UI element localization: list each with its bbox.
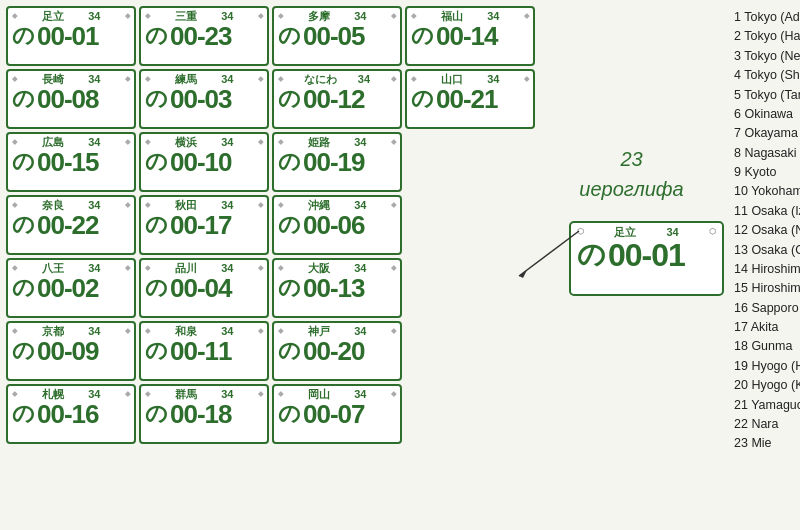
info-item-1: 1 Tokyo (Adachi) <box>734 8 800 27</box>
dot-l: ◆ <box>145 12 150 20</box>
dot-r: ◆ <box>391 390 396 398</box>
info-item-18: 18 Gunma <box>734 337 800 356</box>
dot-r: ◆ <box>125 390 130 398</box>
dot-l: ◆ <box>278 75 283 83</box>
plate-bottom: の 00-09 <box>12 338 130 364</box>
plate-bottom: の 00-16 <box>12 401 130 427</box>
plate-number: 00-22 <box>37 212 99 238</box>
plate-8: ◆ 山口 34 ◆ の 00-21 <box>405 69 535 129</box>
plate-number: 00-09 <box>37 338 99 364</box>
featured-plate: ⬡ 足立 34 ⬡ の 00-01 <box>569 221 724 296</box>
plate-1: ◆ 足立 34 ◆ の 00-01 <box>6 6 136 66</box>
dot-r: ◆ <box>125 138 130 146</box>
plate-bottom: の 00-18 <box>145 401 263 427</box>
dot-l: ◆ <box>278 138 283 146</box>
info-item-17: 17 Akita <box>734 318 800 337</box>
plate-kana: の <box>145 151 168 173</box>
plate-14: ◆ 秋田 34 ◆ の 00-17 <box>139 195 269 255</box>
plate-bottom: の 00-10 <box>145 149 263 175</box>
dot-l: ◆ <box>278 327 283 335</box>
plate-number: 00-11 <box>170 338 232 364</box>
dot-l: ◆ <box>12 75 17 83</box>
info-item-4: 4 Tokyo (Shinagawa) <box>734 66 800 85</box>
dot-l: ◆ <box>12 390 17 398</box>
plate-bottom: の 00-13 <box>278 275 396 301</box>
plate-27: ◆ 岡山 34 ◆ の 00-07 <box>272 384 402 444</box>
plate-kana: の <box>278 88 301 110</box>
info-item-3: 3 Tokyo (Nerima) <box>734 47 800 66</box>
dot-l: ◆ <box>145 390 150 398</box>
plate-kana: の <box>145 340 168 362</box>
plate-kana: の <box>12 25 35 47</box>
plate-21: ◆ 京都 34 ◆ の 00-09 <box>6 321 136 381</box>
dot-r: ◆ <box>391 138 396 146</box>
plate-number: 00-17 <box>170 212 232 238</box>
svg-marker-1 <box>519 270 527 278</box>
plate-number: 00-21 <box>436 86 498 112</box>
plate-bottom: の 00-14 <box>411 23 529 49</box>
info-item-5: 5 Tokyo (Tama) <box>734 86 800 105</box>
dot-r: ◆ <box>125 201 130 209</box>
plates-section: ◆ 足立 34 ◆ の 00-01 ◆ 三重 34 ◆ の 00-23 ◆ <box>0 0 539 530</box>
plate-9: ◆ 広島 34 ◆ の 00-15 <box>6 132 136 192</box>
plate-22: ◆ 和泉 34 ◆ の 00-11 <box>139 321 269 381</box>
plate-kana: の <box>278 403 301 425</box>
dot-r: ◆ <box>258 390 263 398</box>
dot-l: ◆ <box>145 264 150 272</box>
plate-23: ◆ 神戸 34 ◆ の 00-20 <box>272 321 402 381</box>
plate-kana: の <box>278 277 301 299</box>
dot-l: ◆ <box>278 12 283 20</box>
plate-number: 00-04 <box>170 275 232 301</box>
plate-number: 00-14 <box>436 23 498 49</box>
dot-r: ◆ <box>125 12 130 20</box>
info-item-20: 20 Hyogo (Kobe) <box>734 376 800 395</box>
plate-number: 00-20 <box>303 338 365 364</box>
plate-2: ◆ 三重 34 ◆ の 00-23 <box>139 6 269 66</box>
plate-bottom: の 00-22 <box>12 212 130 238</box>
plate-kana: の <box>278 340 301 362</box>
plate-kana: の <box>145 214 168 236</box>
info-item-23: 23 Mie <box>734 434 800 453</box>
featured-plate-bottom: の 00-01 <box>577 239 716 271</box>
dot-r: ◆ <box>391 201 396 209</box>
info-item-19: 19 Hyogo (Himeji) <box>734 357 800 376</box>
plate-19: ◆ 大阪 34 ◆ の 00-13 <box>272 258 402 318</box>
plate-bottom: の 00-23 <box>145 23 263 49</box>
plate-number: 00-12 <box>303 86 365 112</box>
plate-bottom: の 00-17 <box>145 212 263 238</box>
plate-kana: の <box>145 403 168 425</box>
plate-7: ◆ なにわ 34 ◆ の 00-12 <box>272 69 402 129</box>
info-item-6: 6 Okinawa <box>734 105 800 124</box>
dot-l: ◆ <box>12 12 17 20</box>
dot-r: ◆ <box>125 327 130 335</box>
plate-bottom: の 00-20 <box>278 338 396 364</box>
plate-bottom: の 00-15 <box>12 149 130 175</box>
plate-kana: の <box>278 214 301 236</box>
dot-r: ◆ <box>391 327 396 335</box>
dot-r: ◆ <box>258 201 263 209</box>
dot-l: ◆ <box>12 138 17 146</box>
plate-15: ◆ 沖縄 34 ◆ の 00-06 <box>272 195 402 255</box>
info-item-2: 2 Tokyo (Hachioji) <box>734 27 800 46</box>
plate-number: 00-05 <box>303 23 365 49</box>
plate-kana: の <box>145 277 168 299</box>
plate-kana: の <box>145 25 168 47</box>
plate-kana: の <box>278 25 301 47</box>
info-item-21: 21 Yamaguchi <box>734 396 800 415</box>
info-item-10: 10 Yokohama <box>734 182 800 201</box>
plate-number: 00-23 <box>170 23 232 49</box>
info-item-14: 14 Hiroshima (Fukuyama) <box>734 260 800 279</box>
plate-number: 00-13 <box>303 275 365 301</box>
hieroglyph-count: 23 <box>620 146 642 172</box>
plate-bottom: の 00-02 <box>12 275 130 301</box>
dot-r: ◆ <box>125 75 130 83</box>
plate-bottom: の 00-19 <box>278 149 396 175</box>
info-item-13: 13 Osaka (Osaka) <box>734 241 800 260</box>
dot-l: ◆ <box>145 201 150 209</box>
plates-grid: ◆ 足立 34 ◆ の 00-01 ◆ 三重 34 ◆ の 00-23 ◆ <box>6 6 535 444</box>
dot-r: ◆ <box>391 264 396 272</box>
plate-11: ◆ 姫路 34 ◆ の 00-19 <box>272 132 402 192</box>
plate-number: 00-18 <box>170 401 232 427</box>
plate-17: ◆ 八王 34 ◆ の 00-02 <box>6 258 136 318</box>
plate-18: ◆ 品川 34 ◆ の 00-04 <box>139 258 269 318</box>
